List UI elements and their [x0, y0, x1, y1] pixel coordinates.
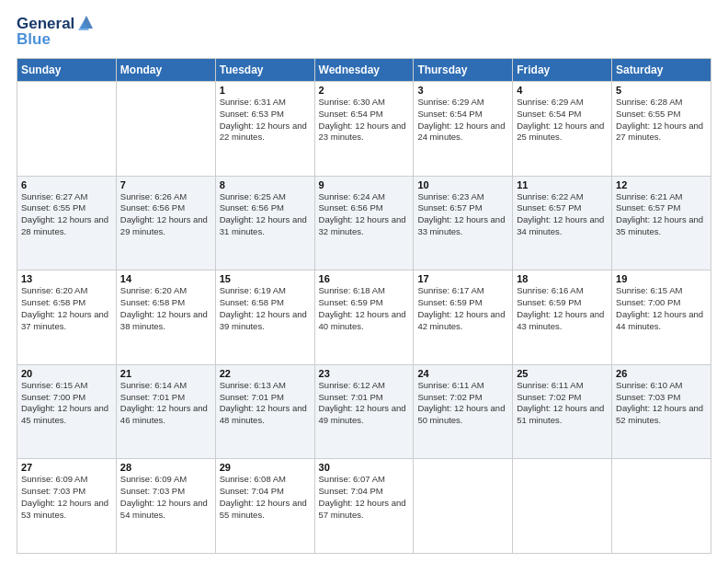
day-number: 9 — [319, 179, 410, 190]
day-number: 8 — [220, 179, 311, 190]
day-info: Sunrise: 6:16 AMSunset: 6:59 PMDaylight:… — [517, 285, 604, 330]
calendar-cell — [513, 459, 612, 554]
day-number: 15 — [220, 273, 311, 284]
calendar-cell: 15Sunrise: 6:19 AMSunset: 6:58 PMDayligh… — [215, 270, 314, 365]
calendar-cell: 4Sunrise: 6:29 AMSunset: 6:54 PMDaylight… — [513, 82, 612, 177]
day-number: 4 — [517, 85, 608, 96]
day-number: 19 — [616, 273, 707, 284]
day-number: 30 — [319, 462, 410, 473]
calendar-header-row: SundayMondayTuesdayWednesdayThursdayFrid… — [17, 59, 711, 82]
calendar-cell: 21Sunrise: 6:14 AMSunset: 7:01 PMDayligh… — [116, 364, 215, 459]
calendar-cell: 14Sunrise: 6:20 AMSunset: 6:58 PMDayligh… — [116, 270, 215, 365]
calendar-cell: 17Sunrise: 6:17 AMSunset: 6:59 PMDayligh… — [414, 270, 513, 365]
day-number: 18 — [517, 273, 608, 284]
day-number: 23 — [319, 368, 410, 379]
calendar-cell — [116, 82, 215, 177]
day-info: Sunrise: 6:20 AMSunset: 6:58 PMDaylight:… — [120, 285, 208, 330]
calendar-cell: 6Sunrise: 6:27 AMSunset: 6:55 PMDaylight… — [17, 176, 117, 270]
calendar-cell: 9Sunrise: 6:24 AMSunset: 6:56 PMDaylight… — [314, 176, 414, 270]
calendar-cell: 7Sunrise: 6:26 AMSunset: 6:56 PMDaylight… — [116, 176, 215, 270]
day-number: 27 — [21, 462, 112, 473]
day-number: 12 — [616, 179, 707, 190]
day-info: Sunrise: 6:14 AMSunset: 7:01 PMDaylight:… — [120, 380, 208, 425]
day-info: Sunrise: 6:11 AMSunset: 7:02 PMDaylight:… — [517, 380, 604, 425]
day-number: 16 — [319, 273, 410, 284]
calendar-cell: 18Sunrise: 6:16 AMSunset: 6:59 PMDayligh… — [513, 270, 612, 365]
day-number: 13 — [21, 273, 112, 284]
calendar-cell: 8Sunrise: 6:25 AMSunset: 6:56 PMDaylight… — [215, 176, 314, 270]
day-info: Sunrise: 6:22 AMSunset: 6:57 PMDaylight:… — [517, 191, 604, 236]
calendar-cell: 29Sunrise: 6:08 AMSunset: 7:04 PMDayligh… — [215, 459, 314, 554]
calendar-cell: 2Sunrise: 6:30 AMSunset: 6:54 PMDaylight… — [314, 82, 414, 177]
day-info: Sunrise: 6:23 AMSunset: 6:57 PMDaylight:… — [417, 191, 505, 236]
calendar-cell: 22Sunrise: 6:13 AMSunset: 7:01 PMDayligh… — [215, 364, 314, 459]
day-number: 2 — [319, 85, 410, 96]
day-number: 3 — [417, 85, 508, 96]
calendar-cell: 24Sunrise: 6:11 AMSunset: 7:02 PMDayligh… — [414, 364, 513, 459]
day-number: 22 — [220, 368, 311, 379]
calendar-cell — [17, 82, 117, 177]
calendar-cell: 28Sunrise: 6:09 AMSunset: 7:03 PMDayligh… — [116, 459, 215, 554]
day-info: Sunrise: 6:27 AMSunset: 6:55 PMDaylight:… — [21, 191, 108, 236]
calendar-cell: 13Sunrise: 6:20 AMSunset: 6:58 PMDayligh… — [17, 270, 117, 365]
logo: General Blue — [17, 15, 97, 49]
calendar-cell: 19Sunrise: 6:15 AMSunset: 7:00 PMDayligh… — [612, 270, 711, 365]
calendar-cell: 30Sunrise: 6:07 AMSunset: 7:04 PMDayligh… — [314, 459, 414, 554]
day-info: Sunrise: 6:11 AMSunset: 7:02 PMDaylight:… — [417, 380, 505, 425]
day-info: Sunrise: 6:07 AMSunset: 7:04 PMDaylight:… — [319, 474, 406, 519]
calendar-cell: 23Sunrise: 6:12 AMSunset: 7:01 PMDayligh… — [314, 364, 414, 459]
day-info: Sunrise: 6:15 AMSunset: 7:00 PMDaylight:… — [616, 285, 703, 330]
col-header-wednesday: Wednesday — [314, 59, 414, 82]
day-info: Sunrise: 6:17 AMSunset: 6:59 PMDaylight:… — [417, 285, 505, 330]
logo-text-blue: Blue — [17, 30, 97, 49]
day-info: Sunrise: 6:24 AMSunset: 6:56 PMDaylight:… — [319, 191, 406, 236]
day-number: 5 — [616, 85, 707, 96]
calendar-cell — [612, 459, 711, 554]
day-info: Sunrise: 6:26 AMSunset: 6:56 PMDaylight:… — [120, 191, 208, 236]
calendar-week-row: 6Sunrise: 6:27 AMSunset: 6:55 PMDaylight… — [17, 176, 711, 270]
day-info: Sunrise: 6:15 AMSunset: 7:00 PMDaylight:… — [21, 380, 108, 425]
col-header-friday: Friday — [513, 59, 612, 82]
day-number: 1 — [220, 85, 311, 96]
day-info: Sunrise: 6:18 AMSunset: 6:59 PMDaylight:… — [319, 285, 406, 330]
day-info: Sunrise: 6:28 AMSunset: 6:55 PMDaylight:… — [616, 97, 703, 142]
day-number: 17 — [417, 273, 508, 284]
day-number: 14 — [120, 273, 211, 284]
calendar-week-row: 1Sunrise: 6:31 AMSunset: 6:53 PMDaylight… — [17, 82, 711, 177]
day-info: Sunrise: 6:08 AMSunset: 7:04 PMDaylight:… — [220, 474, 307, 519]
calendar-cell: 11Sunrise: 6:22 AMSunset: 6:57 PMDayligh… — [513, 176, 612, 270]
day-number: 24 — [417, 368, 508, 379]
day-number: 29 — [220, 462, 311, 473]
calendar-cell: 12Sunrise: 6:21 AMSunset: 6:57 PMDayligh… — [612, 176, 711, 270]
calendar-cell: 20Sunrise: 6:15 AMSunset: 7:00 PMDayligh… — [17, 364, 117, 459]
calendar-week-row: 27Sunrise: 6:09 AMSunset: 7:03 PMDayligh… — [17, 459, 711, 554]
day-number: 20 — [21, 368, 112, 379]
col-header-monday: Monday — [116, 59, 215, 82]
day-number: 25 — [517, 368, 608, 379]
day-number: 26 — [616, 368, 707, 379]
calendar-cell: 3Sunrise: 6:29 AMSunset: 6:54 PMDaylight… — [414, 82, 513, 177]
col-header-tuesday: Tuesday — [215, 59, 314, 82]
calendar-cell: 16Sunrise: 6:18 AMSunset: 6:59 PMDayligh… — [314, 270, 414, 365]
day-number: 10 — [417, 179, 508, 190]
day-info: Sunrise: 6:31 AMSunset: 6:53 PMDaylight:… — [220, 97, 307, 142]
calendar-cell: 27Sunrise: 6:09 AMSunset: 7:03 PMDayligh… — [17, 459, 117, 554]
day-info: Sunrise: 6:21 AMSunset: 6:57 PMDaylight:… — [616, 191, 703, 236]
day-info: Sunrise: 6:30 AMSunset: 6:54 PMDaylight:… — [319, 97, 406, 142]
day-number: 21 — [120, 368, 211, 379]
day-info: Sunrise: 6:09 AMSunset: 7:03 PMDaylight:… — [21, 474, 108, 519]
calendar-week-row: 20Sunrise: 6:15 AMSunset: 7:00 PMDayligh… — [17, 364, 711, 459]
day-info: Sunrise: 6:29 AMSunset: 6:54 PMDaylight:… — [517, 97, 604, 142]
day-info: Sunrise: 6:19 AMSunset: 6:58 PMDaylight:… — [220, 285, 307, 330]
day-number: 6 — [21, 179, 112, 190]
day-info: Sunrise: 6:25 AMSunset: 6:56 PMDaylight:… — [220, 191, 307, 236]
logo-icon — [76, 12, 97, 32]
calendar-cell: 5Sunrise: 6:28 AMSunset: 6:55 PMDaylight… — [612, 82, 711, 177]
day-info: Sunrise: 6:09 AMSunset: 7:03 PMDaylight:… — [120, 474, 208, 519]
day-number: 28 — [120, 462, 211, 473]
day-info: Sunrise: 6:12 AMSunset: 7:01 PMDaylight:… — [319, 380, 406, 425]
day-info: Sunrise: 6:10 AMSunset: 7:03 PMDaylight:… — [616, 380, 703, 425]
calendar-table: SundayMondayTuesdayWednesdayThursdayFrid… — [17, 58, 711, 554]
day-info: Sunrise: 6:13 AMSunset: 7:01 PMDaylight:… — [220, 380, 307, 425]
col-header-thursday: Thursday — [414, 59, 513, 82]
